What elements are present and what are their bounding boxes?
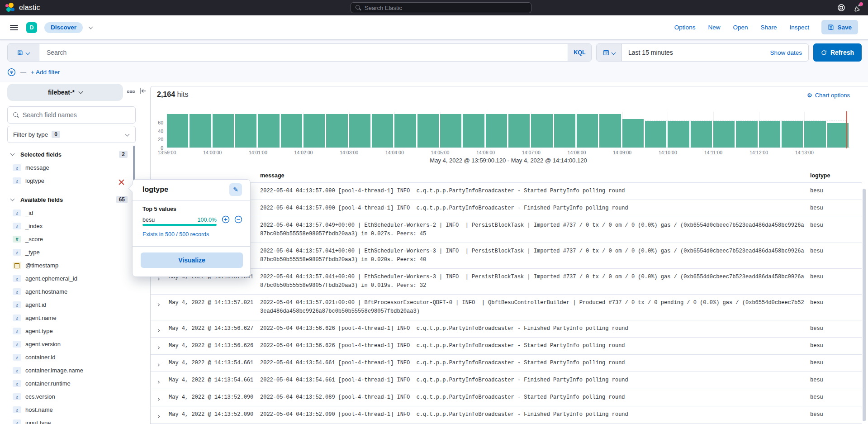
histogram-bar[interactable] [713, 121, 735, 148]
chevron-down-icon[interactable] [89, 24, 93, 29]
time-range-value[interactable]: Last 15 minutes [622, 49, 770, 56]
field-list-item[interactable]: t message [0, 161, 136, 174]
field-list-item[interactable]: # _score [0, 233, 136, 246]
histogram-bar[interactable] [531, 114, 552, 148]
field-list-item[interactable]: t input.type [0, 416, 136, 424]
histogram-bar[interactable] [304, 114, 325, 148]
nav-link-inspect[interactable]: Inspect [789, 24, 809, 31]
nav-link-options[interactable]: Options [674, 24, 696, 31]
histogram-bar[interactable] [463, 114, 484, 148]
field-list-item[interactable]: t agent.hostname [0, 285, 136, 298]
histogram-bar[interactable] [349, 114, 370, 148]
refresh-button[interactable]: Refresh [813, 43, 862, 62]
column-header-time[interactable] [169, 169, 260, 176]
histogram-bar[interactable] [759, 121, 780, 148]
nav-link-share[interactable]: Share [760, 24, 777, 31]
field-settings-icon[interactable] [127, 88, 135, 96]
field-list-item[interactable]: t container.image.name [0, 364, 136, 377]
edit-field-button[interactable]: ✎ [229, 183, 242, 196]
field-list-item[interactable]: t agent.version [0, 338, 136, 351]
field-list-item[interactable]: t logtype [0, 174, 136, 187]
expand-row-icon[interactable] [157, 338, 169, 351]
histogram-bar[interactable] [394, 114, 416, 148]
query-search-input[interactable]: Search [39, 49, 568, 56]
field-list-item[interactable]: t host.name [0, 403, 136, 416]
field-list-item[interactable]: @timestamp [0, 259, 136, 272]
newsfeed-icon[interactable] [854, 4, 862, 12]
available-fields-header[interactable]: Available fields 65 [0, 194, 136, 205]
main-scrollbar[interactable] [863, 189, 866, 421]
add-filter-button[interactable]: + Add filter [31, 69, 60, 76]
field-list-item[interactable]: t _id [0, 206, 136, 219]
filter-for-value-icon[interactable] [222, 215, 230, 225]
elastic-logo-icon[interactable] [5, 3, 15, 13]
histogram-bar[interactable] [190, 114, 211, 148]
column-header-message[interactable]: message [260, 169, 810, 182]
histogram-bar[interactable] [258, 114, 279, 148]
histogram-bar[interactable] [554, 114, 575, 148]
filter-by-type-button[interactable]: Filter by type 0 [7, 126, 136, 143]
histogram-bar[interactable] [668, 121, 689, 148]
nav-link-open[interactable]: Open [733, 24, 748, 31]
filter-icon[interactable] [7, 68, 16, 76]
histogram-bar[interactable] [326, 114, 347, 148]
histogram-bar[interactable] [235, 114, 256, 148]
help-icon[interactable] [837, 4, 845, 12]
histogram-bar[interactable] [372, 114, 393, 148]
histogram-bar[interactable] [281, 114, 302, 148]
expand-row-icon[interactable] [157, 389, 169, 402]
histogram-chart[interactable] [167, 112, 850, 148]
field-list-item[interactable]: t _type [0, 246, 136, 259]
histogram-bar[interactable] [167, 114, 188, 148]
expand-row-icon[interactable] [157, 372, 169, 385]
histogram-bar[interactable] [440, 114, 461, 148]
histogram-bar[interactable] [508, 114, 530, 148]
exists-in-records-link[interactable]: Exists in 500 / 500 records [142, 231, 209, 238]
histogram-bar[interactable] [486, 114, 507, 148]
field-list-item[interactable]: t agent.id [0, 298, 136, 311]
field-list-item[interactable]: t ecs.version [0, 390, 136, 403]
histogram-bar[interactable] [736, 121, 757, 148]
histogram-bar[interactable] [691, 121, 712, 148]
space-avatar[interactable]: D [26, 22, 37, 33]
field-list-item[interactable]: t agent.type [0, 324, 136, 338]
field-type-icon: t [13, 249, 21, 256]
histogram-bar[interactable] [782, 121, 803, 148]
histogram-bar[interactable] [804, 121, 825, 148]
histogram-bar[interactable] [213, 114, 234, 148]
histogram-bar[interactable] [599, 114, 621, 148]
column-header-logtype[interactable]: logtype [810, 169, 862, 182]
save-button[interactable]: Save [821, 20, 858, 34]
index-pattern-switcher[interactable]: filebeat-* [7, 84, 123, 101]
expand-row-icon[interactable] [157, 355, 169, 368]
show-dates-button[interactable]: Show dates [770, 49, 808, 56]
field-list-item[interactable]: t container.id [0, 351, 136, 364]
expand-row-icon[interactable] [157, 406, 169, 419]
field-list-item[interactable]: t agent.ephemeral_id [0, 272, 136, 285]
expand-row-icon[interactable] [157, 295, 169, 308]
date-quick-menu-button[interactable] [597, 44, 622, 61]
breadcrumb[interactable]: Discover [44, 22, 83, 33]
field-list-item[interactable]: t container.runtime [0, 377, 136, 390]
histogram-bar[interactable] [417, 114, 439, 148]
filter-out-value-icon[interactable] [234, 215, 242, 225]
collapse-sidebar-icon[interactable] [139, 88, 147, 96]
menu-icon[interactable] [10, 25, 18, 30]
field-list-item[interactable]: t agent.name [0, 311, 136, 324]
histogram-bar[interactable] [622, 119, 644, 148]
field-search-input[interactable]: Search field names [7, 106, 136, 124]
histogram-bar[interactable] [827, 123, 849, 148]
histogram-bar[interactable] [577, 114, 598, 148]
selected-fields-header[interactable]: Selected fields 2 [0, 148, 136, 160]
saved-query-menu-button[interactable] [8, 44, 39, 61]
sidebar-scrollbar[interactable] [133, 146, 135, 180]
chart-options-button[interactable]: ⚙ Chart options [807, 92, 850, 99]
kql-language-button[interactable]: KQL [568, 44, 591, 61]
global-search-input[interactable]: Search Elastic [351, 2, 531, 13]
histogram-bar[interactable] [645, 121, 666, 148]
field-list-item[interactable]: t _index [0, 219, 136, 233]
remove-field-icon[interactable] [118, 179, 125, 186]
nav-link-new[interactable]: New [708, 24, 720, 31]
visualize-button[interactable]: Visualize [141, 252, 243, 268]
expand-row-icon[interactable] [157, 320, 169, 333]
